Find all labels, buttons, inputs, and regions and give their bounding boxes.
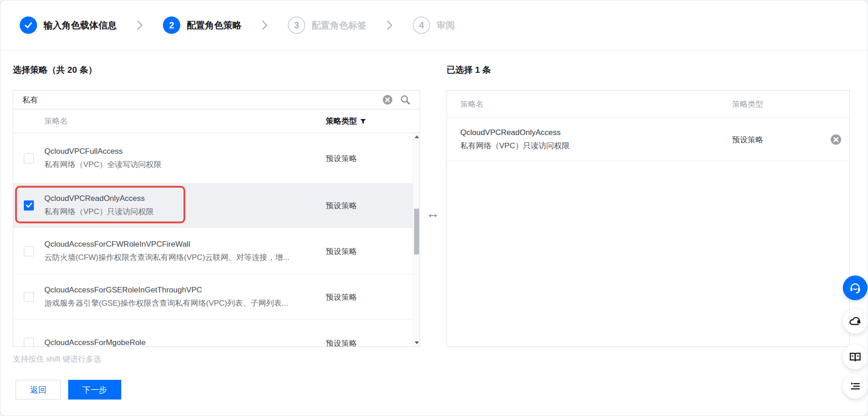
policy-checkbox[interactable]: [24, 338, 34, 346]
policy-checkbox[interactable]: [24, 246, 34, 256]
policy-checkbox-checked[interactable]: [24, 200, 34, 211]
selected-policy-row: QcloudVPCReadOnlyAccess 私有网络（VPC）只读访问权限 …: [447, 118, 849, 161]
step-2: 2 配置角色策略: [163, 16, 242, 34]
policy-row[interactable]: QcloudVPCFullAccess 私有网络（VPC）全读写访问权限 预设策…: [13, 133, 420, 184]
step-3-label: 配置角色标签: [312, 19, 367, 32]
search-icon[interactable]: [400, 95, 410, 105]
step-bar: 输入角色载体信息 2 配置角色策略 3 配置角色标签 4 审阅: [0, 0, 868, 50]
policy-search-bar: [13, 91, 420, 109]
filter-funnel-icon[interactable]: [360, 119, 366, 124]
column-policy-name: 策略名: [460, 91, 484, 118]
policy-row[interactable]: QcloudAccessForMgobeRole 预设策略: [13, 320, 420, 346]
column-policy-name: 策略名: [44, 109, 68, 133]
scrollbar-thumb[interactable]: [414, 209, 419, 254]
policy-checkbox[interactable]: [24, 153, 34, 163]
documentation-book-icon[interactable]: [843, 345, 868, 369]
chevron-right-icon: [387, 20, 393, 30]
chevron-right-icon: [137, 20, 143, 30]
step-4: 4 审阅: [413, 16, 455, 34]
selected-table-header: 策略名 策略类型: [447, 91, 849, 118]
list-scrollbar[interactable]: [413, 133, 420, 346]
policy-source-panel: 策略名 策略类型 QcloudVPCFullAccess 私有网络（VPC）全读…: [13, 90, 420, 347]
survey-list-icon[interactable]: [843, 374, 868, 399]
column-policy-type: 策略类型: [732, 91, 763, 118]
transfer-arrow-icon: ↔: [426, 205, 440, 221]
selected-policies-panel: 策略名 策略类型 QcloudVPCReadOnlyAccess 私有网络（VP…: [447, 90, 850, 347]
policy-row[interactable]: QcloudAccessForGSERoleInGetThroughVPC 游戏…: [13, 275, 420, 320]
announcements-cloud-bell-icon[interactable]: [843, 309, 868, 334]
policy-row-selected[interactable]: QcloudVPCReadOnlyAccess 私有网络（VPC）只读访问权限 …: [13, 184, 420, 228]
selected-count-title: 已选择 1 条: [447, 64, 491, 76]
chevron-right-icon: [262, 20, 268, 30]
step-2-label: 配置角色策略: [187, 19, 242, 32]
clear-search-icon[interactable]: [382, 94, 393, 105]
multiselect-hint: 支持按住 shift 键进行多选: [13, 354, 102, 364]
wizard-actions: 返回 下一步: [16, 380, 121, 400]
step-3: 3 配置角色标签: [288, 16, 367, 34]
remove-policy-icon[interactable]: [830, 134, 842, 146]
step-2-number: 2: [163, 16, 180, 34]
create-role-wizard: 输入角色载体信息 2 配置角色策略 3 配置角色标签 4 审阅 选择策略（共 2…: [0, 0, 868, 416]
step-1: 输入角色载体信息: [20, 16, 117, 34]
policy-table-header: 策略名 策略类型: [13, 109, 420, 133]
column-policy-type[interactable]: 策略类型: [326, 109, 366, 133]
back-button[interactable]: 返回: [16, 380, 61, 400]
policy-row[interactable]: QcloudAccessForCFWRoleInVPCFireWall 云防火墙…: [13, 228, 420, 275]
support-headset-icon[interactable]: [843, 276, 868, 300]
step-3-number: 3: [288, 16, 305, 34]
scroll-down-icon[interactable]: [413, 339, 420, 346]
policy-checkbox[interactable]: [24, 292, 34, 302]
step-1-check-icon: [20, 16, 37, 34]
scroll-up-icon[interactable]: [413, 133, 420, 140]
next-step-button[interactable]: 下一步: [68, 380, 121, 400]
policy-list: QcloudVPCFullAccess 私有网络（VPC）全读写访问权限 预设策…: [13, 133, 420, 346]
step-1-label: 输入角色载体信息: [43, 19, 117, 32]
step-4-number: 4: [413, 16, 430, 34]
select-policy-title: 选择策略（共 20 条）: [13, 64, 97, 76]
policy-search-input[interactable]: [13, 91, 420, 109]
step-4-label: 审阅: [437, 19, 455, 32]
